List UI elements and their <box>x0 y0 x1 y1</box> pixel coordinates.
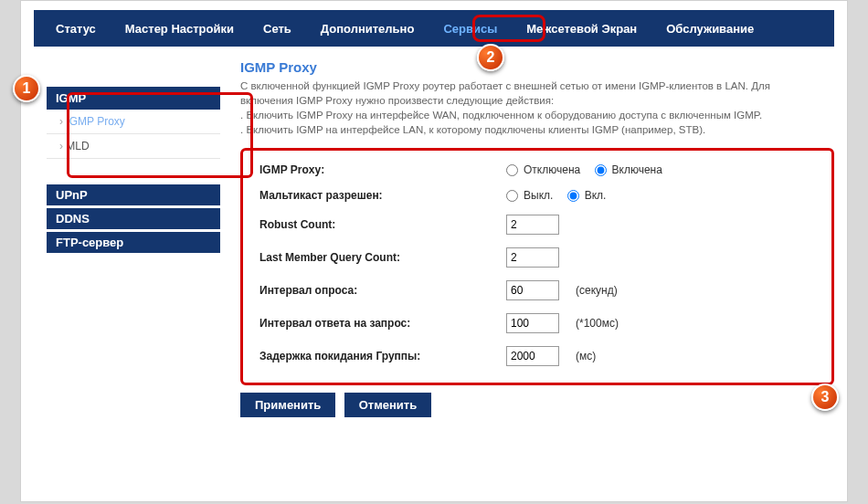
resp-interval-unit: (*100мс) <box>576 317 619 330</box>
tab-advanced[interactable]: Дополнительно <box>306 16 429 41</box>
sidebar-item-ftp[interactable]: FTP-сервер <box>47 232 220 253</box>
poll-interval-input[interactable] <box>506 280 559 300</box>
desc-line-1: С включенной функцией IGMP Proxy роутер … <box>240 80 770 106</box>
igmp-proxy-on-text: Включена <box>612 163 662 176</box>
desc-line-2: . Включить IGMP Proxy на интерфейсе WAN,… <box>240 110 762 121</box>
tab-firewall[interactable]: Межсетевой Экран <box>512 16 651 41</box>
cancel-button[interactable]: Отменить <box>344 393 432 417</box>
robust-count-label: Robust Count: <box>259 218 506 231</box>
sidebar-item-ddns[interactable]: DDNS <box>47 208 220 229</box>
multicast-on-radio[interactable] <box>567 190 579 202</box>
leave-delay-unit: (мс) <box>576 350 596 362</box>
resp-interval-input[interactable] <box>506 313 559 333</box>
igmp-proxy-off-radio[interactable] <box>506 164 518 176</box>
tab-services[interactable]: Сервисы <box>429 16 512 41</box>
lmqc-label: Last Member Query Count: <box>259 251 506 264</box>
tab-status[interactable]: Статус <box>41 16 111 41</box>
multicast-label: Мальтикаст разрешен: <box>259 189 506 202</box>
igmp-proxy-off-text: Отключена <box>524 163 580 176</box>
page-description: С включенной функцией IGMP Proxy роутер … <box>240 79 807 137</box>
igmp-proxy-label: IGMP Proxy: <box>259 163 506 176</box>
leave-delay-label: Задержка покидания Группы: <box>259 350 506 362</box>
page-title: IGMP Proxy <box>240 59 834 75</box>
desc-line-3: . Включить IGMP на интерфейсе LAN, к кот… <box>240 124 705 135</box>
sidebar-header-igmp[interactable]: IGMP <box>47 87 220 110</box>
apply-button[interactable]: Применить <box>240 393 335 417</box>
main-panel: IGMP Proxy С включенной функцией IGMP Pr… <box>240 59 834 417</box>
robust-count-input[interactable] <box>506 215 559 235</box>
lmqc-input[interactable] <box>506 247 559 268</box>
sidebar-item-igmp-proxy[interactable]: IGMP Proxy <box>47 110 220 134</box>
multicast-off-text: Выкл. <box>524 189 553 202</box>
igmp-proxy-on-radio[interactable] <box>595 164 607 176</box>
top-nav: Статус Мастер Настройки Сеть Дополнитель… <box>34 10 834 47</box>
resp-interval-label: Интервал ответа на запрос: <box>259 317 506 330</box>
tab-network[interactable]: Сеть <box>249 16 306 41</box>
tab-wizard[interactable]: Мастер Настройки <box>111 16 249 41</box>
poll-interval-unit: (секунд) <box>576 284 618 297</box>
sidebar-item-upnp[interactable]: UPnP <box>47 184 220 205</box>
button-row: Применить Отменить <box>240 393 834 417</box>
sidebar-item-mld[interactable]: MLD <box>47 134 220 159</box>
settings-form: IGMP Proxy: Отключена Включена Мальтикас… <box>240 148 834 385</box>
multicast-off-radio[interactable] <box>506 190 518 202</box>
tab-maintenance[interactable]: Обслуживание <box>651 16 768 41</box>
multicast-on-text: Вкл. <box>585 189 607 202</box>
sidebar: IGMP IGMP Proxy MLD UPnP DDNS FTP-сервер <box>47 87 220 417</box>
leave-delay-input[interactable] <box>506 346 559 366</box>
poll-interval-label: Интервал опроса: <box>259 284 506 297</box>
